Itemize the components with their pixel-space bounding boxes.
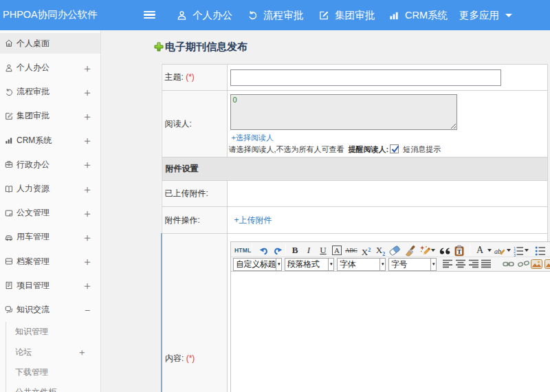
svg-text:3: 3 [514,252,516,257]
svg-text:T: T [457,248,461,255]
svg-text:ab: ab [494,248,501,255]
